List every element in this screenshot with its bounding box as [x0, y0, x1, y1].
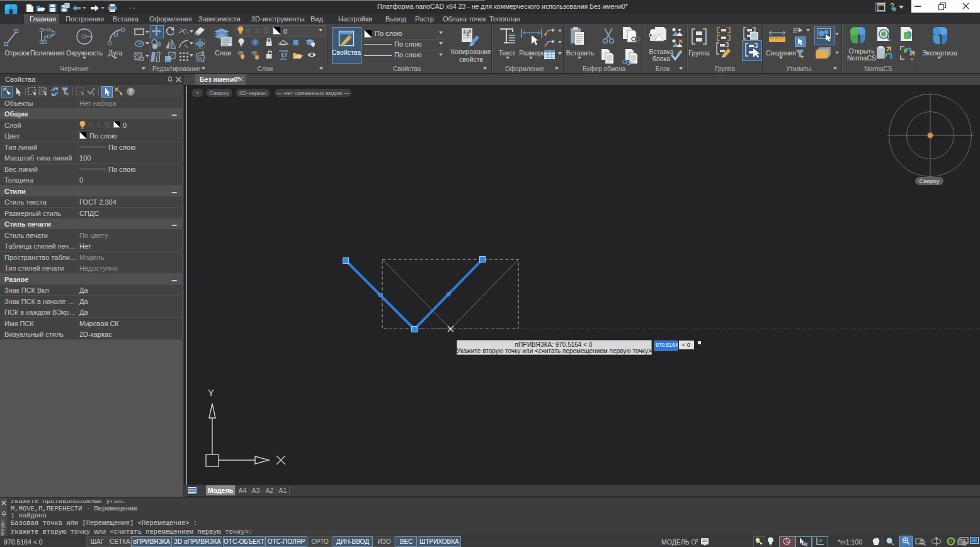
svg-text:?: ? — [129, 88, 133, 95]
svg-text:Y: Y — [208, 387, 214, 398]
svg-text:17: 17 — [281, 52, 287, 59]
